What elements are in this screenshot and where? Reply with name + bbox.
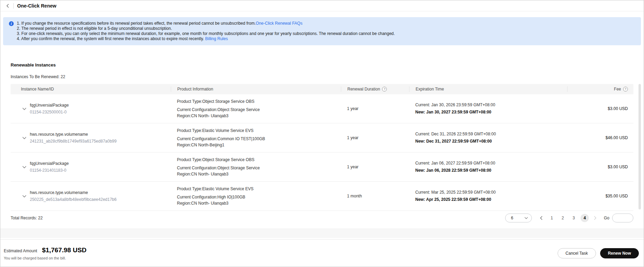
chevron-left-icon bbox=[6, 4, 10, 8]
instance-name: fqgUnversialPackage bbox=[30, 102, 69, 108]
billing-rules-link[interactable]: Billing Rules bbox=[205, 36, 228, 41]
instance-cell: fqgUnversialPackage 01154-231401183-0 bbox=[11, 161, 171, 173]
page-button[interactable]: 4 bbox=[581, 214, 589, 222]
chevron-down-icon bbox=[524, 217, 528, 219]
help-icon[interactable]: ? bbox=[382, 87, 387, 92]
expand-row-icon[interactable] bbox=[22, 137, 26, 139]
table-body: fqgUnversialPackage 01154-232500001-0 Pr… bbox=[11, 94, 633, 211]
back-button[interactable] bbox=[4, 2, 11, 9]
notice-line-1: 1. If you change the resource specificat… bbox=[17, 21, 635, 26]
fee-cell: $35.00 USD bbox=[567, 193, 633, 199]
renewal-duration-cell: 1 year bbox=[341, 164, 409, 170]
product-information-cell: Product Type:Object Storage Service OBS … bbox=[171, 157, 341, 177]
estimated-amount-value: $1,767.98 USD bbox=[42, 246, 86, 254]
notice-banner: i 1. If you change the resource specific… bbox=[3, 17, 641, 45]
expand-row-icon[interactable] bbox=[22, 108, 26, 110]
current-configuration: Current Configuration:Object Storage Ser… bbox=[177, 165, 341, 171]
instance-id: 01154-232500001-0 bbox=[30, 109, 69, 115]
renewable-instances-table: Instance Name/ID Product Information Ren… bbox=[11, 84, 633, 211]
go-label: Go bbox=[604, 216, 609, 220]
current-configuration: Current Configuration:High IO|100GB bbox=[177, 194, 341, 200]
info-icon: i bbox=[9, 21, 14, 26]
footer-actions: Cancel Task Renew Now bbox=[558, 248, 639, 258]
page-title: One-Click Renew bbox=[17, 3, 56, 9]
page-size-value: 6 bbox=[511, 216, 513, 220]
col-instance-name-label: Instance Name/ID bbox=[21, 87, 54, 92]
billing-note: You will be charged based on the bill. bbox=[4, 256, 86, 260]
expiration-time-cell: Current: Jan 30, 2026 23:59:59 GMT+08:00… bbox=[409, 102, 567, 115]
cancel-task-button[interactable]: Cancel Task bbox=[558, 248, 596, 258]
renewal-duration-cell: 1 year bbox=[341, 106, 409, 112]
footer-bar: Estimated Amount $1,767.98 USD You will … bbox=[0, 239, 644, 267]
chevron-left-icon bbox=[540, 216, 542, 220]
page-button[interactable]: 3 bbox=[570, 214, 578, 222]
fee-cell: $46.00 USD bbox=[567, 135, 633, 141]
col-fee-label: Fee bbox=[614, 87, 621, 92]
product-type: Product Type:Object Storage Service OBS bbox=[177, 99, 341, 105]
notice-line-2: 2. The renewal period in effect is not e… bbox=[17, 26, 635, 31]
table-header-row: Instance Name/ID Product Information Ren… bbox=[11, 84, 633, 94]
pager: 6 1 2 3 4 Go bbox=[505, 214, 633, 222]
fee-cell: $3.00 USD bbox=[567, 164, 633, 170]
instance-cell: hws.resource.type.volumename 250225_de51… bbox=[11, 190, 171, 203]
instance-name: hws.resource.type.volumename bbox=[30, 132, 117, 137]
col-fee: Fee? bbox=[567, 86, 633, 92]
page-button[interactable]: 1 bbox=[548, 214, 556, 222]
col-expiration-time-label: Expiration Time bbox=[416, 87, 444, 92]
next-page-button[interactable] bbox=[592, 214, 599, 222]
page-header: One-Click Renew bbox=[0, 0, 644, 11]
col-instance-name: Instance Name/ID bbox=[11, 86, 171, 92]
instance-id: 250225_de513a4a8bfb48eebf9bcaee42ed17b6 bbox=[30, 197, 117, 203]
instance-id: 241231_ab28cf9b8b1749ef93a6175ed87a0b99 bbox=[30, 138, 117, 144]
notice-line-4: 4. After you confirm the renewal, the sy… bbox=[17, 36, 635, 41]
expand-row-icon[interactable] bbox=[22, 195, 26, 198]
page-size-select[interactable]: 6 bbox=[505, 214, 532, 222]
previous-page-button[interactable] bbox=[537, 214, 545, 222]
region: Region:CN North-Beijing1 bbox=[177, 142, 341, 148]
section-title: Renewable Instances bbox=[11, 62, 633, 68]
expiration-time-cell: Current: Mar 25, 2025 22:59:59 GMT+08:00… bbox=[409, 190, 567, 203]
expiration-time-cell: Current: Dec 31, 2026 22:59:59 GMT+08:00… bbox=[409, 131, 567, 144]
expiration-new: New: Dec 31, 2027 22:59:59 GMT+08:00 bbox=[415, 138, 567, 144]
expiration-new: New: Jan 06, 2028 22:59:59 GMT+08:00 bbox=[415, 168, 567, 173]
instance-name: fqgUnversialPackage bbox=[30, 161, 69, 167]
expand-row-icon[interactable] bbox=[22, 166, 26, 169]
gap-band bbox=[0, 229, 644, 238]
table-row: fqgUnversialPackage 01154-231401183-0 Pr… bbox=[11, 153, 633, 182]
expiration-current: Current: Mar 25, 2025 22:59:59 GMT+08:00 bbox=[415, 190, 567, 195]
table-row: hws.resource.type.volumename 241231_ab28… bbox=[11, 123, 633, 153]
notice-text-3: 3. For one-click renewals, you can only … bbox=[17, 31, 395, 36]
region: Region:CN North- Ulanqab3 bbox=[177, 113, 341, 119]
pagination-bar: Total Records: 22 6 1 2 3 4 Go bbox=[11, 211, 633, 225]
fee-cell: $3.00 USD bbox=[567, 106, 633, 112]
expiration-time-cell: Current: Jan 06, 2027 22:59:59 GMT+08:00… bbox=[409, 160, 567, 173]
renew-now-button[interactable]: Renew Now bbox=[600, 248, 639, 258]
instance-cell: hws.resource.type.volumename 241231_ab28… bbox=[11, 132, 171, 144]
product-type: Product Type:Elastic Volume Service EVS bbox=[177, 186, 341, 192]
table-row: hws.resource.type.volumename 250225_de51… bbox=[11, 182, 633, 211]
instance-cell: fqgUnversialPackage 01154-232500001-0 bbox=[11, 102, 171, 115]
table-row: fqgUnversialPackage 01154-232500001-0 Pr… bbox=[11, 94, 633, 123]
total-records: Total Records: 22 bbox=[11, 216, 43, 220]
col-product-information: Product Information bbox=[171, 86, 341, 92]
product-information-cell: Product Type:Elastic Volume Service EVS … bbox=[171, 128, 341, 148]
expiration-current: Current: Jan 30, 2026 23:59:59 GMT+08:00 bbox=[415, 102, 567, 108]
page-button[interactable]: 2 bbox=[559, 214, 567, 222]
page-go-input[interactable] bbox=[612, 214, 633, 222]
col-renewal-duration: Renewal Duration? bbox=[341, 86, 409, 92]
notice-line-3: 3. For one-click renewals, you can only … bbox=[17, 31, 635, 36]
help-icon[interactable]: ? bbox=[623, 87, 628, 92]
one-click-renewal-faqs-link[interactable]: One-Click Renewal FAQs bbox=[256, 21, 302, 26]
page-list: 1 2 3 4 bbox=[548, 214, 589, 222]
expiration-new: New: Jan 30, 2027 23:59:59 GMT+08:00 bbox=[415, 109, 567, 115]
notice-text-4: 4. After you confirm the renewal, the sy… bbox=[17, 36, 205, 41]
vertical-scrollbar[interactable] bbox=[639, 84, 641, 209]
expiration-new: New: Apr 25, 2025 22:59:59 GMT+08:00 bbox=[415, 197, 567, 203]
renewal-duration-cell: 1 month bbox=[341, 193, 409, 199]
instances-to-be-renewed-count: Instances To Be Renewed: 22 bbox=[11, 74, 633, 79]
col-expiration-time: Expiration Time bbox=[409, 86, 567, 92]
chevron-right-icon bbox=[594, 216, 597, 220]
current-configuration: Current Configuration:Common IO TEST|100… bbox=[177, 136, 341, 142]
current-configuration: Current Configuration:Object Storage Ser… bbox=[177, 107, 341, 113]
product-type: Product Type:Elastic Volume Service EVS bbox=[177, 128, 341, 134]
